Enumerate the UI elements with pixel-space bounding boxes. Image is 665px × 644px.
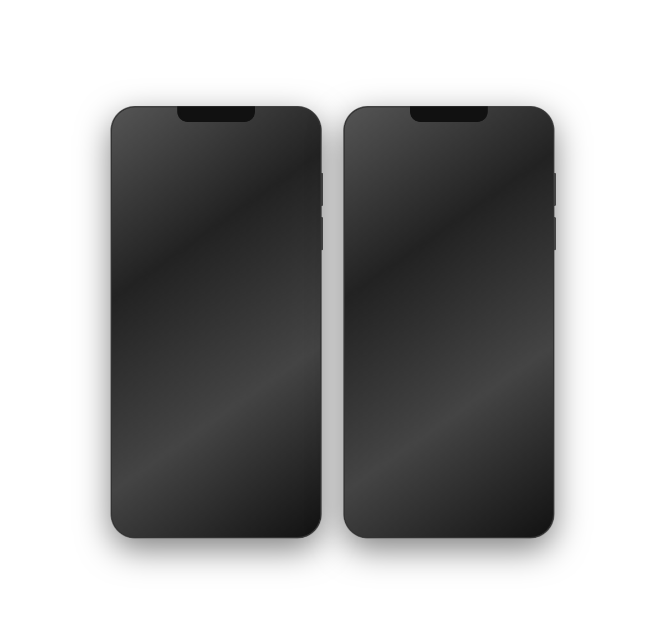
- phone-screen-left: ☰ 🔍 Search 🛒 12 ASAP to: [117, 113, 315, 532]
- header-left: ☰ 🔍 Search 🛒 12: [117, 113, 315, 154]
- category-chicken-right[interactable]: 🍗 Chicken: [468, 174, 505, 200]
- filter-vegetarian-label-right: Vegetarian: [447, 212, 476, 219]
- section-subtitle-left: $0 delivery fee on your first order from…: [117, 320, 315, 333]
- filter-pickup-label-left: Pickup: [180, 214, 198, 221]
- cart-button-left[interactable]: 🛒 12: [277, 133, 308, 149]
- category-chicken-left[interactable]: 🍗 Chicken: [235, 177, 273, 203]
- food-visual-right: [475, 230, 542, 291]
- address-bar-left[interactable]: ASAP to 2020 NE 89th St: [117, 154, 315, 171]
- address-bar-right[interactable]: time of delivery ASAP▾ to 2020 NE 89th S…: [350, 154, 548, 169]
- search-icon-left: 🔍: [162, 137, 171, 145]
- promo-text-left: DoorDash Get $0 delivery fee on orders o…: [123, 233, 243, 293]
- filter-row-right: Over 4.5 ★ ▾ Pickup Vegetarian DashPa...: [350, 206, 548, 226]
- search-placeholder-right: Search: [407, 137, 431, 146]
- promo-banner-right[interactable]: DoorDash Get $0 delivery fee on orders o…: [356, 230, 542, 291]
- food-visual-left: [243, 233, 309, 293]
- queso-bowl-left: [160, 355, 204, 388]
- category-label-fastfood-left: Fast Food: [204, 197, 228, 203]
- category-fastfood-left[interactable]: 🍟 Fast Food: [197, 177, 235, 203]
- category-convenience-right[interactable]: 🧃 Convenience: [355, 174, 392, 200]
- app-content-left: ☰ 🔍 Search 🛒 12 ASAP to: [117, 113, 315, 532]
- section-title-left: First Order, $0 Delivery Fee: [117, 298, 315, 320]
- category-burgers-right[interactable]: 🍔 Burgers: [392, 174, 430, 200]
- app-content-right: ☰ 🔍 Search 🛒 12 time of delivery: [350, 113, 548, 532]
- section-title-right: First Order, $0 Delivery Fee: [350, 296, 548, 318]
- time-label-right: time of delivery: [357, 158, 398, 164]
- chips-visual-left: [123, 333, 309, 405]
- hamburger-icon-left[interactable]: ☰: [124, 136, 132, 146]
- restaurant-image-right: [356, 331, 542, 403]
- filter-dashpass-left[interactable]: DashPa...: [253, 212, 291, 224]
- cart-icon-left: 🛒: [282, 137, 291, 146]
- categories-right: 🧃 Convenience 🍔 Burgers 🍟 Fast Food 🍗 Ch…: [350, 169, 548, 206]
- filter-vegetarian-left[interactable]: Vegetarian: [208, 212, 249, 224]
- filter-pickup-label-right: Pickup: [413, 212, 431, 219]
- category-label-burgers-right: Burgers: [402, 194, 420, 200]
- category-label-asian-left: Asian: [285, 197, 298, 203]
- category-label-chicken-right: Chicken: [477, 194, 496, 200]
- filter-rating-left[interactable]: Over 4.5 ★ ▾: [123, 212, 171, 224]
- filter-dashpass-label-right: DashPa...: [492, 212, 518, 219]
- hamburger-icon-right[interactable]: ☰: [357, 136, 365, 146]
- category-label-fastfood-right: Fast Food: [437, 194, 461, 200]
- filter-rating-right[interactable]: Over 4.5 ★ ▾: [356, 209, 403, 222]
- restaurant-card-left[interactable]: [123, 333, 309, 405]
- category-asian-left[interactable]: 🍱 Asian: [273, 177, 310, 203]
- promo-favorite-right[interactable]: ⭐: [364, 270, 379, 286]
- search-bar-right[interactable]: 🔍 Search: [388, 133, 505, 150]
- phone-right: ☰ 🔍 Search 🛒 12 time of delivery: [344, 106, 554, 538]
- filter-vegetarian-right[interactable]: Vegetarian: [441, 209, 482, 222]
- promo-title-right: Get $0 delivery fee on orders over $10: [364, 244, 468, 266]
- cart-count-left: 12: [294, 137, 303, 146]
- category-label-burgers-left: Burgers: [169, 197, 187, 203]
- doordash-logo-left: [136, 136, 149, 146]
- cart-count-right: 12: [526, 137, 535, 146]
- promo-brand-left: DoorDash: [131, 238, 235, 244]
- search-icon-right: 🔍: [395, 137, 403, 145]
- promo-title-left: Get $0 delivery fee on orders over $10: [131, 246, 235, 268]
- promo-favorite-left[interactable]: ⭐: [131, 272, 146, 288]
- restaurant-card-right[interactable]: [356, 331, 542, 403]
- queso-bowl-right: [393, 353, 437, 386]
- to-text-left: to: [198, 158, 204, 166]
- promo-banner-left[interactable]: DoorDash Get $0 delivery fee on orders o…: [123, 233, 309, 293]
- category-label-asian-right: Asian: [518, 194, 531, 200]
- filter-pickup-right[interactable]: Pickup: [407, 209, 437, 222]
- to-text-right: to: [424, 158, 429, 164]
- search-placeholder-left: Search: [174, 137, 198, 146]
- address-right: 2020 NE 89th St▾: [432, 157, 485, 165]
- category-fastfood-right[interactable]: 🍟 Fast Food: [430, 174, 468, 200]
- asap-badge-left: ASAP: [172, 157, 196, 167]
- filter-row-left: Over 4.5 ★ ▾ Pickup Vegetarian DashPa...: [117, 208, 315, 228]
- category-label-chicken-left: Chicken: [244, 197, 263, 203]
- section-subtitle-right: $0 delivery fee on your first order from…: [350, 318, 548, 331]
- category-label-convenience-right: Convenience: [358, 194, 388, 200]
- search-bar-left[interactable]: 🔍 Search: [155, 133, 272, 150]
- cart-button-right[interactable]: 🛒 12: [509, 133, 541, 149]
- promo-text-right: DoorDash Get $0 delivery fee on orders o…: [356, 230, 475, 291]
- restaurant-image-left: [123, 333, 309, 405]
- promo-image-left: [243, 233, 309, 293]
- filter-dashpass-label-left: DashPa...: [259, 214, 285, 221]
- categories-left: 🧃 Convenience 🍔 Burgers 🍟 Fast Food 🍗 Ch…: [117, 171, 315, 208]
- filter-rating-label-left: Over 4.5 ★ ▾: [129, 214, 165, 221]
- category-asian-right[interactable]: 🍱 Asian: [505, 174, 543, 200]
- phone-left: ☰ 🔍 Search 🛒 12 ASAP to: [111, 106, 321, 538]
- category-burgers-left[interactable]: 🍔 Burgers: [160, 177, 197, 203]
- filter-dashpass-right[interactable]: DashPa...: [485, 209, 524, 222]
- category-convenience-left[interactable]: 🧃 Convenience: [122, 177, 160, 203]
- filter-rating-label-right: Over 4.5 ★ ▾: [362, 212, 397, 219]
- category-label-convenience-left: Convenience: [125, 197, 156, 203]
- chips-visual-right: [356, 331, 542, 403]
- cart-icon-right: 🛒: [515, 137, 524, 146]
- filter-pickup-left[interactable]: Pickup: [174, 212, 204, 224]
- phone-screen-right: ☰ 🔍 Search 🛒 12 time of delivery: [350, 113, 548, 532]
- address-left: 2020 NE 89th St: [207, 158, 261, 166]
- doordash-logo-right: [369, 136, 381, 146]
- header-right: ☰ 🔍 Search 🛒 12: [350, 113, 548, 154]
- promo-image-right: [475, 230, 542, 291]
- asap-text-right: ASAP▾: [400, 157, 422, 165]
- filter-vegetarian-label-left: Vegetarian: [214, 214, 243, 221]
- promo-brand-right: DoorDash: [364, 235, 468, 242]
